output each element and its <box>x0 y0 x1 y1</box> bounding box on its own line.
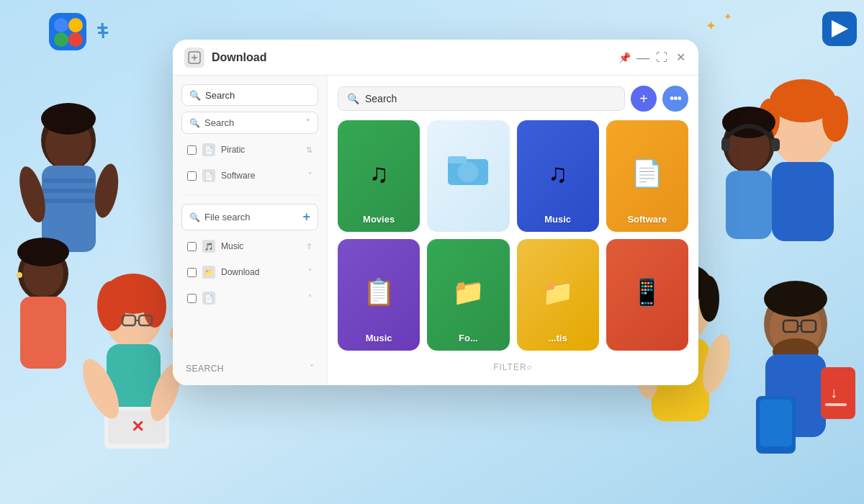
app-cat-icon: 📱 <box>631 276 663 307</box>
svg-rect-18 <box>43 189 94 193</box>
bottom-chevron: ˅ <box>310 364 314 374</box>
category-music2[interactable]: 📋 Music <box>338 239 420 351</box>
category-folder2[interactable]: 📁 Fo... <box>427 239 509 351</box>
maximize-button[interactable]: ⛶ <box>655 51 668 64</box>
svg-rect-72 <box>760 400 792 446</box>
svg-text:✕: ✕ <box>131 418 144 436</box>
svg-point-6 <box>68 32 83 47</box>
section-label: Search <box>204 117 234 128</box>
folder3-icon: 📁 <box>541 276 574 307</box>
svg-rect-1 <box>49 13 86 50</box>
file-search-icon: 🔍 <box>189 212 200 222</box>
folder3-label: ...tis <box>549 333 567 343</box>
svg-point-4 <box>68 18 83 32</box>
close-button[interactable]: ✕ <box>674 51 687 64</box>
divider-1 <box>181 194 318 195</box>
add-circle-button[interactable]: + <box>631 86 657 112</box>
category-movies[interactable]: ♫ Movies <box>338 120 420 232</box>
right-panel: 🔍 + ••• ♫ Movies <box>328 76 698 385</box>
bottom-section: SEARCH ˅ <box>181 361 318 377</box>
section-chevron: ˅ <box>306 118 310 128</box>
search-icon: 🔍 <box>189 90 201 101</box>
music-icon-list: 🎵 <box>202 240 215 253</box>
software-cat-label: Software <box>627 214 667 225</box>
music-label: Music <box>221 241 300 251</box>
folder2-icon: 📁 <box>452 276 485 307</box>
left-search-box[interactable]: 🔍 ✕ <box>181 84 318 106</box>
svg-point-39 <box>17 272 22 278</box>
folder-blue-icon <box>446 150 490 194</box>
category-folder3[interactable]: 📁 ...tis <box>517 239 599 351</box>
svg-point-48 <box>764 281 827 317</box>
svg-rect-75 <box>448 156 467 163</box>
download-arrow: ˅ <box>308 268 312 277</box>
svg-rect-40 <box>20 297 66 369</box>
pin-button[interactable]: 📌 <box>618 51 631 64</box>
list-item-extra[interactable]: 📄 ˅ <box>181 288 318 308</box>
folder2-label: Fo... <box>459 333 478 343</box>
app-window: Download 📌 — ⛶ ✕ 🔍 ✕ 🔍 Search ˅ <box>173 40 698 385</box>
svg-text:↓: ↓ <box>830 384 837 400</box>
search-section-header[interactable]: 🔍 Search ˅ <box>181 112 318 134</box>
music2-icon: 📋 <box>363 276 395 307</box>
extra-icon: 📄 <box>202 292 215 305</box>
checkbox-music[interactable] <box>187 242 197 251</box>
plus-decoration: + <box>97 22 109 45</box>
right-search-bar: 🔍 + ••• <box>338 86 688 112</box>
category-grid: ♫ Movies ♫ Music <box>338 120 688 351</box>
list-item-download[interactable]: 📁 Download ˅ <box>181 262 318 282</box>
checkbox-download[interactable] <box>187 268 197 277</box>
app-body: 🔍 ✕ 🔍 Search ˅ 📄 Piratic ⇅ <box>173 76 698 385</box>
movies-label: Movies <box>363 214 395 225</box>
app-icon <box>184 48 204 68</box>
category-folder-blue[interactable] <box>427 120 509 232</box>
list-item-music[interactable]: 🎵 Music ⇑ <box>181 236 318 256</box>
svg-rect-54 <box>821 367 855 419</box>
minimize-button[interactable]: — <box>636 51 649 64</box>
filter-label: FILTER○ <box>493 362 533 372</box>
bottom-filter-bar: FILTER○ <box>338 359 688 375</box>
file-search-header[interactable]: 🔍 File search + <box>181 204 318 230</box>
software-cat-icon: 📄 <box>631 158 663 188</box>
list-item-software[interactable]: 📄 Software ˅ <box>181 166 318 186</box>
svg-point-60 <box>699 276 719 322</box>
svg-rect-45 <box>772 162 834 241</box>
svg-rect-17 <box>43 179 94 183</box>
svg-point-25 <box>143 284 166 328</box>
music2-label: Music <box>366 333 392 343</box>
music-arrow: ⇑ <box>306 242 312 251</box>
category-app[interactable]: 📱 <box>606 239 688 351</box>
svg-point-38 <box>17 238 69 266</box>
list-item-piratic[interactable]: 📄 Piratic ⇅ <box>181 140 318 160</box>
right-search-container[interactable]: 🔍 <box>338 86 625 111</box>
window-title: Download <box>212 51 611 64</box>
file-search-add-button[interactable]: + <box>302 210 310 225</box>
left-panel: 🔍 ✕ 🔍 Search ˅ 📄 Piratic ⇅ <box>173 76 328 385</box>
checkbox-software[interactable] <box>187 171 197 181</box>
svg-rect-19 <box>43 199 94 203</box>
section-header-left: 🔍 Search <box>189 117 234 128</box>
category-music[interactable]: ♫ Music <box>517 120 599 232</box>
svg-text:✦: ✦ <box>724 11 732 22</box>
category-software[interactable]: 📄 Software <box>606 120 688 232</box>
checkbox-extra[interactable] <box>187 294 197 303</box>
software-label: Software <box>221 171 302 181</box>
piratic-label: Piratic <box>221 145 300 155</box>
svg-rect-68 <box>721 138 730 151</box>
section-search-icon: 🔍 <box>189 118 200 128</box>
window-controls: 📌 — ⛶ ✕ <box>618 51 687 64</box>
left-search-input[interactable] <box>205 90 326 101</box>
more-options-button[interactable]: ••• <box>662 86 688 112</box>
music-icon: ♫ <box>548 158 567 188</box>
piratic-icon: 📄 <box>202 143 215 156</box>
music-label: Music <box>544 214 571 225</box>
right-search-input[interactable] <box>365 93 616 104</box>
title-bar: Download 📌 — ⛶ ✕ <box>173 40 698 76</box>
download-icon-list: 📁 <box>202 266 215 279</box>
svg-rect-56 <box>825 403 847 406</box>
svg-point-3 <box>54 18 68 32</box>
file-search-label: File search <box>204 212 251 222</box>
checkbox-piratic[interactable] <box>187 145 197 155</box>
movies-icon: ♫ <box>369 158 389 188</box>
file-search-left: 🔍 File search <box>189 212 251 222</box>
